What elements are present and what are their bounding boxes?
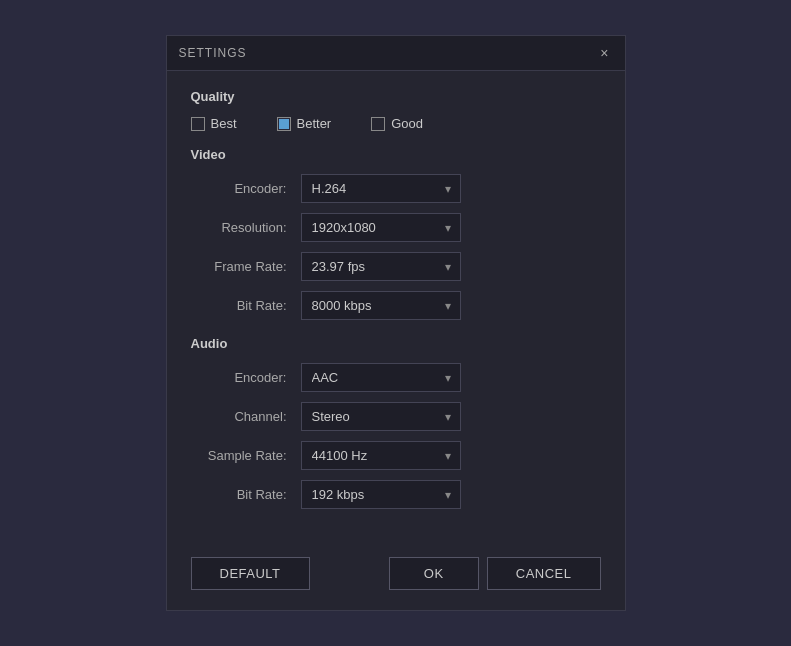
footer-right-buttons: OK CANCEL (389, 557, 601, 590)
audio-samplerate-select[interactable]: 44100 Hz 48000 Hz 22050 Hz (301, 441, 461, 470)
video-encoder-wrapper: H.264 H.265 VP9 (301, 174, 461, 203)
video-resolution-row: Resolution: 1920x1080 1280x720 854x480 (191, 213, 601, 242)
audio-bitrate-wrapper: 192 kbps 128 kbps 96 kbps 64 kbps (301, 480, 461, 509)
quality-better-checkbox[interactable] (277, 117, 291, 131)
quality-better[interactable]: Better (277, 116, 332, 131)
video-resolution-select[interactable]: 1920x1080 1280x720 854x480 (301, 213, 461, 242)
video-encoder-row: Encoder: H.264 H.265 VP9 (191, 174, 601, 203)
audio-encoder-select[interactable]: AAC MP3 PCM (301, 363, 461, 392)
video-title: Video (191, 147, 601, 162)
quality-best[interactable]: Best (191, 116, 237, 131)
video-encoder-label: Encoder: (191, 181, 301, 196)
settings-dialog: SETTINGS × Quality Best Better (166, 35, 626, 611)
video-framerate-row: Frame Rate: 23.97 fps 24 fps 25 fps 30 f… (191, 252, 601, 281)
quality-best-label: Best (211, 116, 237, 131)
close-button[interactable]: × (596, 44, 612, 62)
quality-good-checkbox[interactable] (371, 117, 385, 131)
audio-channel-label: Channel: (191, 409, 301, 424)
audio-samplerate-label: Sample Rate: (191, 448, 301, 463)
audio-title: Audio (191, 336, 601, 351)
video-framerate-wrapper: 23.97 fps 24 fps 25 fps 30 fps 60 fps (301, 252, 461, 281)
audio-channel-select[interactable]: Stereo Mono (301, 402, 461, 431)
audio-bitrate-select[interactable]: 192 kbps 128 kbps 96 kbps 64 kbps (301, 480, 461, 509)
video-bitrate-select[interactable]: 8000 kbps 6000 kbps 4000 kbps 2000 kbps (301, 291, 461, 320)
audio-bitrate-row: Bit Rate: 192 kbps 128 kbps 96 kbps 64 k… (191, 480, 601, 509)
quality-good-label: Good (391, 116, 423, 131)
quality-better-label: Better (297, 116, 332, 131)
audio-section: Audio Encoder: AAC MP3 PCM Channel: (191, 336, 601, 509)
video-bitrate-row: Bit Rate: 8000 kbps 6000 kbps 4000 kbps … (191, 291, 601, 320)
video-encoder-select[interactable]: H.264 H.265 VP9 (301, 174, 461, 203)
ok-button[interactable]: OK (389, 557, 479, 590)
video-section: Video Encoder: H.264 H.265 VP9 Resolutio… (191, 147, 601, 320)
quality-title: Quality (191, 89, 601, 104)
audio-encoder-row: Encoder: AAC MP3 PCM (191, 363, 601, 392)
audio-samplerate-wrapper: 44100 Hz 48000 Hz 22050 Hz (301, 441, 461, 470)
audio-encoder-wrapper: AAC MP3 PCM (301, 363, 461, 392)
quality-options: Best Better Good (191, 116, 601, 131)
audio-channel-row: Channel: Stereo Mono (191, 402, 601, 431)
quality-best-checkbox[interactable] (191, 117, 205, 131)
dialog-footer: DEFAULT OK CANCEL (167, 545, 625, 610)
default-button[interactable]: DEFAULT (191, 557, 310, 590)
quality-good[interactable]: Good (371, 116, 423, 131)
audio-channel-wrapper: Stereo Mono (301, 402, 461, 431)
audio-encoder-label: Encoder: (191, 370, 301, 385)
video-framerate-label: Frame Rate: (191, 259, 301, 274)
quality-section: Quality Best Better Good (191, 89, 601, 131)
overlay: SETTINGS × Quality Best Better (0, 0, 791, 646)
video-bitrate-label: Bit Rate: (191, 298, 301, 313)
video-bitrate-wrapper: 8000 kbps 6000 kbps 4000 kbps 2000 kbps (301, 291, 461, 320)
dialog-title: SETTINGS (179, 46, 247, 60)
audio-samplerate-row: Sample Rate: 44100 Hz 48000 Hz 22050 Hz (191, 441, 601, 470)
video-framerate-select[interactable]: 23.97 fps 24 fps 25 fps 30 fps 60 fps (301, 252, 461, 281)
cancel-button[interactable]: CANCEL (487, 557, 601, 590)
video-resolution-wrapper: 1920x1080 1280x720 854x480 (301, 213, 461, 242)
audio-bitrate-label: Bit Rate: (191, 487, 301, 502)
titlebar: SETTINGS × (167, 36, 625, 71)
dialog-content: Quality Best Better Good (167, 71, 625, 545)
video-resolution-label: Resolution: (191, 220, 301, 235)
